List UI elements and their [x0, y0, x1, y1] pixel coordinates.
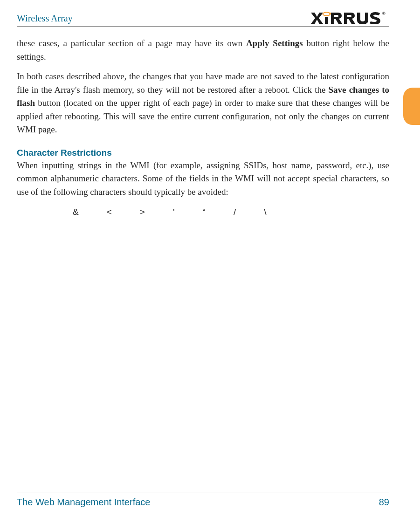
xirrus-logo: ® — [310, 11, 389, 25]
svg-point-2 — [329, 13, 331, 14]
svg-text:®: ® — [382, 11, 386, 16]
footer-page-number: 89 — [379, 497, 389, 508]
char-backslash: \ — [264, 207, 266, 217]
section-heading: Character Restrictions — [17, 148, 389, 158]
char-lt: < — [107, 207, 112, 217]
special-chars-row: & < > ' “ / \ — [73, 207, 389, 217]
section-body: When inputting strings in the WMI (for e… — [17, 159, 389, 199]
header-title: Wireless Array — [17, 13, 73, 24]
char-quote: “ — [203, 207, 206, 217]
p1-text-a: these cases, a particular section of a p… — [17, 38, 246, 48]
char-gt: > — [140, 207, 145, 217]
char-apos: ' — [173, 207, 175, 217]
p2-text-c: button (located on the upper right of ea… — [17, 98, 389, 134]
paragraph-1: these cases, a particular section of a p… — [17, 37, 389, 63]
paragraph-2: In both cases described above, the chang… — [17, 70, 389, 137]
char-amp: & — [73, 207, 79, 217]
svg-rect-0 — [325, 17, 328, 24]
footer-section: The Web Management Interface — [17, 497, 150, 508]
page-footer: The Web Management Interface 89 — [17, 493, 389, 508]
p1-bold: Apply Settings — [246, 38, 303, 48]
char-slash: / — [234, 207, 236, 217]
page-header: Wireless Array — [17, 11, 389, 27]
